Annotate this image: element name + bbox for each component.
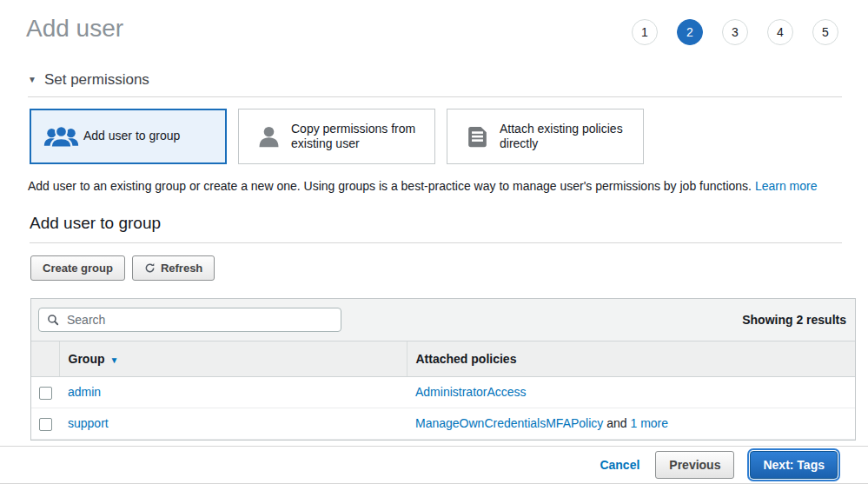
page-header: Add user 1 2 3 4 5 [0,0,868,45]
sort-desc-icon: ▼ [110,355,119,365]
search-icon [47,314,59,326]
table-toolbar: Showing 2 results [31,299,855,341]
table-row: support ManageOwnCredentialsMFAPolicy an… [31,408,855,439]
group-link[interactable]: admin [68,385,101,399]
refresh-icon [144,262,156,274]
previous-button[interactable]: Previous [655,451,734,479]
card-label: Attach existing policies directly [500,122,634,152]
table-header-row: Group▼ Attached policies [31,341,855,377]
user-icon [246,123,291,150]
step-5: 5 [812,19,838,45]
set-permissions-heading: Set permissions [44,71,149,89]
step-4: 4 [767,19,793,45]
learn-more-link[interactable]: Learn more [755,179,818,193]
create-group-button[interactable]: Create group [30,255,125,281]
group-actions: Create group Refresh [30,255,842,281]
card-label: Copy permissions from existing user [291,122,426,152]
step-3: 3 [722,19,748,45]
results-count: Showing 2 results [742,313,846,327]
group-section-heading: Add user to group [30,214,842,243]
permissions-description: Add user to an existing group or create … [28,179,842,193]
set-permissions-toggle[interactable]: ▼ Set permissions [28,71,842,97]
policy-link[interactable]: AdministratorAccess [415,385,527,399]
document-icon [454,123,500,150]
more-policies-link[interactable]: 1 more [630,416,668,430]
step-2-active: 2 [677,19,703,45]
row-checkbox-support[interactable] [39,418,52,431]
groups-table: Showing 2 results Group▼ Attached polici… [30,298,856,441]
card-attach-policies[interactable]: Attach existing policies directly [447,109,644,164]
page-title: Add user [26,14,123,43]
refresh-button[interactable]: Refresh [132,255,215,281]
next-tags-button[interactable]: Next: Tags [750,451,838,479]
description-text: Add user to an existing group or create … [28,179,752,193]
table-row: admin AdministratorAccess [31,377,855,408]
select-all-header [31,341,59,377]
wizard-steps: 1 2 3 4 5 [632,14,838,45]
search-box[interactable] [38,308,341,332]
column-header-group[interactable]: Group▼ [59,341,407,377]
and-text: and [603,416,630,430]
users-group-icon [38,123,83,150]
column-header-policies: Attached policies [407,341,855,377]
card-label: Add user to group [83,129,180,144]
card-copy-permissions[interactable]: Copy permissions from existing user [238,109,435,164]
permission-option-cards: Add user to group Copy permissions from … [30,109,842,164]
search-input[interactable] [65,312,333,328]
row-checkbox-admin[interactable] [39,387,52,400]
card-add-user-to-group[interactable]: Add user to group [30,109,227,164]
collapse-arrow-icon: ▼ [28,76,36,84]
policy-link[interactable]: ManageOwnCredentialsMFAPolicy [415,416,603,430]
group-link[interactable]: support [68,416,109,430]
cancel-link[interactable]: Cancel [600,458,639,472]
refresh-label: Refresh [161,262,202,275]
step-1: 1 [632,19,658,45]
wizard-footer: Cancel Previous Next: Tags [0,446,868,484]
